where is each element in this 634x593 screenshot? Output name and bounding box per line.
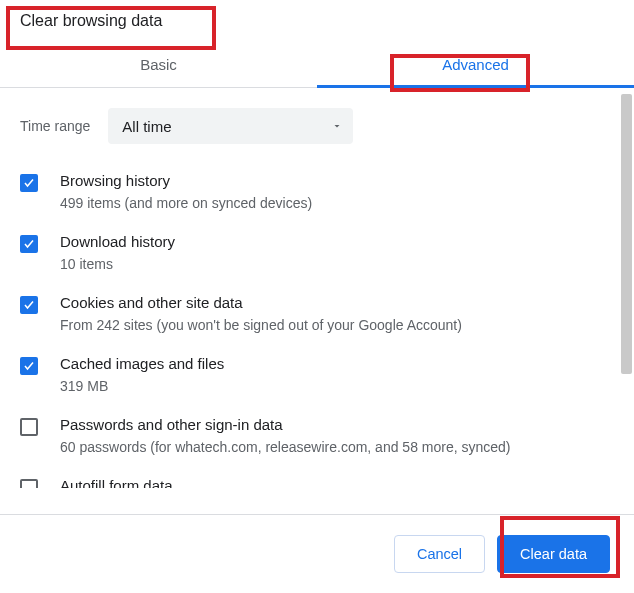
option-title: Cached images and files [60, 355, 224, 372]
options-list: Browsing history499 items (and more on s… [20, 172, 614, 488]
content-area: Time range All time Browsing history499 … [0, 88, 634, 488]
option-checkbox[interactable] [20, 418, 38, 436]
option-row: Download history10 items [20, 233, 614, 272]
option-title: Download history [60, 233, 175, 250]
time-range-select[interactable]: All time [108, 108, 353, 144]
tab-advanced[interactable]: Advanced [317, 44, 634, 87]
option-row: Passwords and other sign-in data60 passw… [20, 416, 614, 455]
option-row: Cookies and other site dataFrom 242 site… [20, 294, 614, 333]
time-range-label: Time range [20, 118, 90, 134]
option-subtitle: 10 items [60, 256, 175, 272]
option-title: Passwords and other sign-in data [60, 416, 511, 433]
option-checkbox[interactable] [20, 174, 38, 192]
option-title: Cookies and other site data [60, 294, 462, 311]
dialog-footer: Cancel Clear data [0, 514, 634, 593]
option-row: Autofill form data [20, 477, 614, 488]
option-subtitle: From 242 sites (you won't be signed out … [60, 317, 462, 333]
option-subtitle: 60 passwords (for whatech.com, releasewi… [60, 439, 511, 455]
cancel-button[interactable]: Cancel [394, 535, 485, 573]
option-text: Autofill form data [60, 477, 173, 488]
option-row: Cached images and files319 MB [20, 355, 614, 394]
option-text: Cookies and other site dataFrom 242 site… [60, 294, 462, 333]
option-checkbox[interactable] [20, 357, 38, 375]
option-subtitle: 319 MB [60, 378, 224, 394]
option-subtitle: 499 items (and more on synced devices) [60, 195, 312, 211]
time-range-row: Time range All time [20, 108, 614, 144]
option-text: Passwords and other sign-in data60 passw… [60, 416, 511, 455]
option-text: Download history10 items [60, 233, 175, 272]
clear-data-button[interactable]: Clear data [497, 535, 610, 573]
time-range-value: All time [122, 118, 171, 135]
option-title: Autofill form data [60, 477, 173, 488]
tab-bar: Basic Advanced [0, 44, 634, 88]
option-title: Browsing history [60, 172, 312, 189]
option-text: Cached images and files319 MB [60, 355, 224, 394]
chevron-down-icon [331, 118, 343, 135]
scrollbar[interactable] [621, 94, 632, 374]
option-checkbox[interactable] [20, 479, 38, 488]
option-text: Browsing history499 items (and more on s… [60, 172, 312, 211]
dialog-title: Clear browsing data [0, 0, 182, 38]
option-row: Browsing history499 items (and more on s… [20, 172, 614, 211]
tab-basic[interactable]: Basic [0, 44, 317, 87]
option-checkbox[interactable] [20, 235, 38, 253]
option-checkbox[interactable] [20, 296, 38, 314]
